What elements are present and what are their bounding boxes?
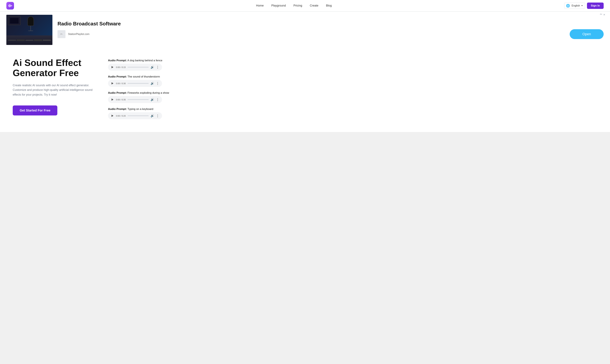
logo-icon [6, 2, 14, 10]
svg-rect-3 [11, 5, 11, 7]
volume-icon-0[interactable]: 🔊 [151, 65, 154, 69]
logo[interactable] [6, 2, 14, 10]
time-display-2: 0:00 / 0:35 [116, 98, 126, 101]
header-right: 🌐 English Spanish French Sign In [564, 2, 604, 9]
progress-bar-2[interactable] [128, 99, 149, 100]
audio-label-1: Audio Prompt: The sound of thunderstorm [108, 75, 597, 78]
time-display-3: 0:00 / 0:20 [116, 115, 126, 117]
hero-title: Ai Sound Effect Generator Free [13, 58, 95, 78]
audio-item-2: Audio Prompt: Fireworks exploding during… [108, 91, 597, 103]
sign-in-button[interactable]: Sign In [587, 2, 604, 9]
time-display-0: 0:00 / 0:15 [116, 66, 126, 68]
ad-banner: Ad ✕ [0, 12, 610, 48]
ad-image [6, 15, 52, 45]
ad-close-button[interactable]: ✕ [603, 13, 605, 16]
play-button-2[interactable] [111, 98, 114, 101]
more-options-2[interactable]: ⋮ [156, 98, 159, 102]
play-button-0[interactable] [111, 65, 114, 69]
progress-bar-0[interactable] [128, 67, 149, 67]
nav-blog[interactable]: Blog [326, 4, 332, 7]
play-button-3[interactable] [111, 114, 114, 117]
svg-rect-0 [8, 5, 9, 7]
nav-home[interactable]: Home [256, 4, 264, 7]
hero-right: Audio Prompt: A dog barking behind a fen… [108, 58, 597, 119]
ad-title: Radio Broadcast Software [57, 21, 604, 27]
nav-playground[interactable]: Playground [271, 4, 286, 7]
volume-icon-2[interactable]: 🔊 [151, 98, 154, 101]
hero-description: Create realistic AI sounds with our AI s… [13, 83, 95, 97]
audio-item-3: Audio Prompt: Typing on a keyboard 0:00 … [108, 107, 597, 119]
language-selector[interactable]: 🌐 English Spanish French [564, 3, 585, 9]
progress-bar-1[interactable] [128, 83, 149, 84]
audio-player-1: 0:00 / 0:30 🔊 ⋮ [108, 80, 162, 87]
audio-item-1: Audio Prompt: The sound of thunderstorm … [108, 75, 597, 87]
audio-label-3: Audio Prompt: Typing on a keyboard [108, 107, 597, 111]
globe-icon: 🌐 [566, 4, 570, 8]
language-dropdown[interactable]: English Spanish French [571, 4, 583, 7]
svg-rect-4 [12, 5, 12, 6]
audio-player-3: 0:00 / 0:20 🔊 ⋮ [108, 112, 162, 119]
ad-logo: SPL [57, 30, 65, 38]
main-nav: Home Playground Pricing Create Blog [24, 4, 564, 7]
ad-bottom: SPL StationPlaylist.com Open [57, 29, 604, 39]
ad-badge: Ad [600, 13, 602, 15]
audio-player-0: 0:00 / 0:15 🔊 ⋮ [108, 64, 162, 71]
audio-label-0: Audio Prompt: A dog barking behind a fen… [108, 59, 597, 62]
hero-left: Ai Sound Effect Generator Free Create re… [13, 58, 95, 116]
main-content: Ai Sound Effect Generator Free Create re… [0, 48, 610, 132]
play-button-1[interactable] [111, 82, 114, 85]
audio-player-2: 0:00 / 0:35 🔊 ⋮ [108, 96, 162, 103]
progress-bar-3[interactable] [128, 116, 149, 116]
audio-label-2: Audio Prompt: Fireworks exploding during… [108, 91, 597, 94]
more-options-1[interactable]: ⋮ [156, 81, 159, 85]
audio-item-0: Audio Prompt: A dog barking behind a fen… [108, 59, 597, 71]
ad-content: Radio Broadcast Software SPL StationPlay… [57, 21, 604, 39]
volume-icon-1[interactable]: 🔊 [151, 82, 154, 85]
nav-create[interactable]: Create [310, 4, 318, 7]
more-options-0[interactable]: ⋮ [156, 65, 159, 69]
ad-open-button[interactable]: Open [570, 29, 604, 39]
more-options-3[interactable]: ⋮ [156, 114, 159, 118]
svg-rect-1 [9, 4, 10, 7]
time-display-1: 0:00 / 0:30 [116, 82, 126, 85]
header: Home Playground Pricing Create Blog 🌐 En… [0, 0, 610, 12]
svg-rect-2 [10, 4, 11, 7]
ad-site-name: StationPlaylist.com [68, 33, 90, 36]
nav-pricing[interactable]: Pricing [293, 4, 302, 7]
volume-icon-3[interactable]: 🔊 [151, 114, 154, 117]
get-started-button[interactable]: Get Started For Free [13, 105, 57, 116]
